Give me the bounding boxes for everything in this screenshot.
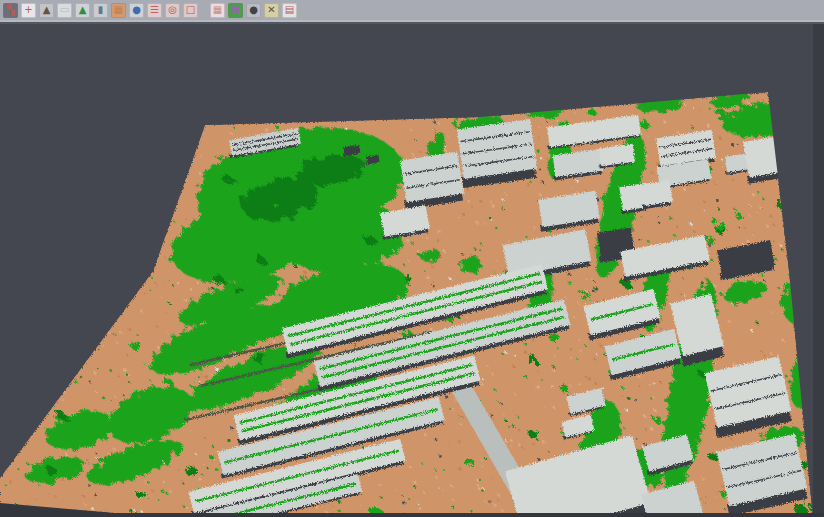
right-edge-strip xyxy=(813,24,824,517)
dark-globe-icon[interactable]: ● xyxy=(246,3,261,18)
dark-globe-icon-glyph: ● xyxy=(249,5,258,15)
application-window: ▚+▲▭▲▮▦●☰◎□▦▩●✕▤ xyxy=(0,0,824,517)
empty-frame-icon-glyph: ▭ xyxy=(60,5,69,15)
building xyxy=(398,152,465,210)
dem-hill-icon-glyph: ▲ xyxy=(79,5,87,15)
terrain-model-icon[interactable]: ▲ xyxy=(39,3,54,18)
checker-mask-icon-glyph: ▦ xyxy=(213,5,222,15)
import-scene-icon-glyph: ▚ xyxy=(7,5,15,15)
dem-hill-icon[interactable]: ▲ xyxy=(75,3,90,18)
profile-slice-icon[interactable]: ▮ xyxy=(93,3,108,18)
align-points-icon-glyph: + xyxy=(24,5,32,15)
ortho-photo-icon[interactable]: ▦ xyxy=(111,3,126,18)
red-layers-icon-glyph: ☰ xyxy=(150,5,159,15)
building xyxy=(639,180,673,209)
flag-ruler-icon[interactable]: ▤ xyxy=(282,3,297,18)
viewport-3d[interactable] xyxy=(0,0,824,517)
terrain-model-icon-glyph: ▲ xyxy=(43,5,51,15)
target-picker-icon[interactable]: ◎ xyxy=(165,3,180,18)
toolbar-shadow-line xyxy=(0,22,824,24)
empty-frame-icon[interactable]: ▭ xyxy=(57,3,72,18)
checker-mask-icon[interactable]: ▦ xyxy=(210,3,225,18)
profile-slice-icon-glyph: ▮ xyxy=(98,5,104,15)
toolbar-icons: ▚+▲▭▲▮▦●☰◎□▦▩●✕▤ xyxy=(3,3,297,18)
classify-colors-icon[interactable]: ▩ xyxy=(228,3,243,18)
main-toolbar: ▚+▲▭▲▮▦●☰◎□▦▩●✕▤ xyxy=(0,0,824,22)
web-globe-icon[interactable]: ● xyxy=(129,3,144,18)
building xyxy=(455,119,538,188)
red-layers-icon[interactable]: ☰ xyxy=(147,3,162,18)
align-points-icon[interactable]: + xyxy=(21,3,36,18)
bottom-edge-strip xyxy=(0,513,824,517)
crop-box-icon-glyph: □ xyxy=(186,5,195,15)
ortho-photo-icon-glyph: ▦ xyxy=(114,5,123,15)
flag-ruler-icon-glyph: ▤ xyxy=(285,5,294,15)
classify-colors-icon-glyph: ▩ xyxy=(231,5,240,15)
building xyxy=(723,153,750,175)
web-globe-icon-glyph: ● xyxy=(132,5,141,15)
clip-cross-icon[interactable]: ✕ xyxy=(264,3,279,18)
clip-cross-icon-glyph: ✕ xyxy=(267,5,275,15)
import-scene-icon[interactable]: ▚ xyxy=(3,3,18,18)
scene-svg[interactable] xyxy=(0,0,824,517)
crop-box-icon[interactable]: □ xyxy=(183,3,198,18)
target-picker-icon-glyph: ◎ xyxy=(168,5,177,15)
